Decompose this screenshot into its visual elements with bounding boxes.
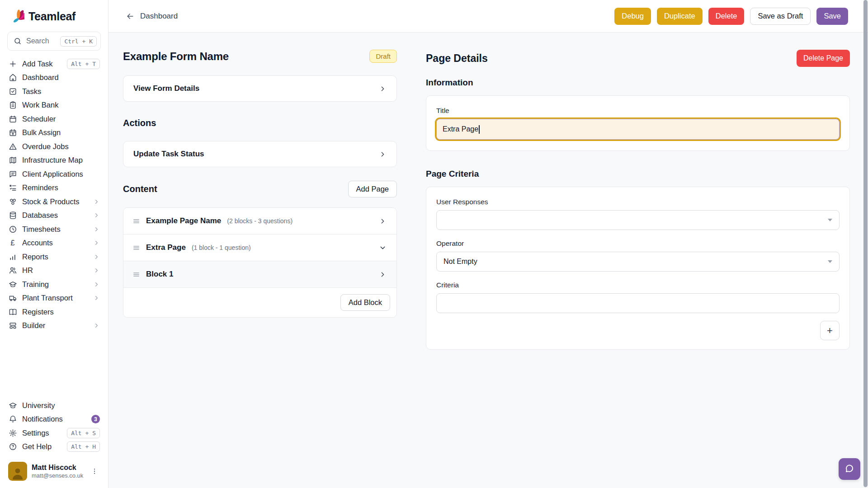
view-form-details-label: View Form Details [133,84,199,93]
title-input[interactable]: Extra Page [436,119,840,140]
sidebar-item-timesheets[interactable]: Timesheets [7,222,101,236]
sidebar-item-label: Reminders [22,183,100,192]
user-meta: Matt Hiscock matt@senses.co.uk [32,464,85,479]
chevron-right-icon [93,226,100,233]
plus-icon [8,59,17,68]
sidebar-item-label: Databases [22,211,88,220]
page-details-head: Page Details Delete Page [426,50,850,67]
add-criteria-button[interactable]: + [820,321,840,340]
app-logo[interactable]: Teamleaf [7,6,101,32]
app-name: Teamleaf [28,10,75,23]
sidebar-item-label: Get Help [22,442,62,451]
user-responses-select[interactable] [436,210,840,230]
criteria-input[interactable] [436,293,840,313]
sidebar-item-label: Timesheets [22,225,88,234]
back-label: Dashboard [140,12,178,21]
form-title: Example Form Name [123,50,229,63]
page-scrollbar[interactable] [863,0,868,488]
update-task-status-label: Update Task Status [133,150,204,159]
sidebar-item-label: Add Task [22,60,62,68]
main-area: Dashboard Debug Duplicate Delete Save as… [108,0,868,488]
sidebar-item-get-help[interactable]: Get Help Alt + H [7,440,101,454]
sidebar-item-label: HR [22,266,88,275]
add-block-button[interactable]: Add Block [340,294,390,311]
sidebar-item-label: Reports [22,253,88,261]
page-criteria-heading: Page Criteria [426,169,850,179]
sidebar-item-tasks[interactable]: Tasks [7,84,101,99]
page-details-panel: Page Details Delete Page Information Tit… [426,50,850,488]
kebab-menu-icon[interactable] [89,466,100,477]
chevron-down-icon[interactable] [379,244,387,252]
sidebar-item-databases[interactable]: Databases [7,209,101,223]
sidebar-item-hr[interactable]: HR [7,264,101,278]
back-to-dashboard[interactable]: Dashboard [126,12,178,21]
add-page-button[interactable]: Add Page [348,181,397,197]
sidebar-item-label: Dashboard [22,73,100,82]
sidebar-item-builder[interactable]: Builder [7,319,101,333]
sidebar-item-accounts[interactable]: £ Accounts [7,236,101,250]
view-form-details-card[interactable]: View Form Details [123,75,397,102]
sidebar-item-client-applications[interactable]: Client Applications [7,167,101,181]
block-row-block-1[interactable]: Block 1 [123,261,396,288]
update-task-status-card[interactable]: Update Task Status [123,141,397,167]
drag-handle-icon[interactable] [132,244,140,252]
chat-bubble-icon [844,463,855,475]
debug-button[interactable]: Debug [614,8,651,25]
operator-label: Operator [436,239,840,248]
chevron-right-icon[interactable] [379,217,387,225]
sidebar-item-reports[interactable]: Reports [7,250,101,264]
sidebar-item-scheduler[interactable]: Scheduler [7,112,101,126]
sidebar-item-plant-transport[interactable]: Plant Transport [7,291,101,305]
delete-button[interactable]: Delete [708,8,745,25]
user-name: Matt Hiscock [32,464,85,472]
delete-page-button[interactable]: Delete Page [797,50,850,67]
pound-icon: £ [8,239,17,248]
sidebar-item-label: Builder [22,321,88,330]
sidebar-item-label: Client Applications [22,170,100,178]
chevron-right-icon [93,267,100,274]
sidebar-item-work-bank[interactable]: Work Bank [7,99,101,113]
sidebar-item-training[interactable]: Training [7,277,101,291]
sidebar-item-dashboard[interactable]: Dashboard [7,71,101,85]
drag-handle-icon[interactable] [132,217,140,225]
page-meta: (2 blocks - 3 questions) [227,217,292,225]
search-input[interactable] [26,37,56,45]
chat-fab-button[interactable] [839,458,860,480]
save-as-draft-button[interactable]: Save as Draft [750,8,811,25]
save-button[interactable]: Save [816,8,848,25]
sidebar-item-label: Scheduler [22,115,100,123]
actions-heading: Actions [123,118,397,128]
sidebar-item-infrastructure-map[interactable]: Infrastructure Map [7,154,101,168]
sidebar-item-registers[interactable]: Registers [7,305,101,319]
alert-triangle-icon [8,142,17,151]
sidebar-item-overdue-jobs[interactable]: Overdue Jobs [7,140,101,154]
duplicate-button[interactable]: Duplicate [657,8,703,25]
get-help-shortcut-chip: Alt + H [67,441,100,452]
page-row-extra-page[interactable]: Extra Page (1 block - 1 question) [123,235,396,261]
users-icon [8,266,17,275]
search-box[interactable]: Ctrl + K [7,32,101,51]
sidebar-item-reminders[interactable]: Reminders [7,181,101,195]
sidebar-item-label: Notifications [22,415,86,423]
sidebar-item-label: Bulk Assign [22,128,100,137]
chevron-right-icon[interactable] [379,271,387,278]
avatar [8,462,27,481]
search-shortcut-chip: Ctrl + K [60,36,97,47]
sidebar-item-label: Tasks [22,87,100,96]
sidebar-item-add-task[interactable]: Add Task Alt + T [7,57,101,71]
sidebar-item-bulk-assign[interactable]: Bulk Assign [7,126,101,140]
sidebar-footer-nav: University Notifications 3 Settings Alt … [7,399,101,454]
sidebar-item-label: University [22,401,100,410]
sidebar-item-settings[interactable]: Settings Alt + S [7,426,101,440]
drag-handle-icon[interactable] [132,271,140,278]
book-open-icon [8,307,17,316]
sidebar-item-notifications[interactable]: Notifications 3 [7,413,101,427]
scrollbar-thumb[interactable] [863,0,868,487]
add-task-shortcut-chip: Alt + T [67,59,100,69]
page-row-example-page[interactable]: Example Page Name (2 blocks - 3 question… [123,208,396,235]
operator-select[interactable]: Not Empty [436,252,840,272]
sidebar-item-stock-products[interactable]: Stock & Products [7,195,101,209]
chevron-right-icon [93,281,100,288]
sidebar-item-university[interactable]: University [7,399,101,413]
user-profile[interactable]: Matt Hiscock matt@senses.co.uk [7,461,101,482]
